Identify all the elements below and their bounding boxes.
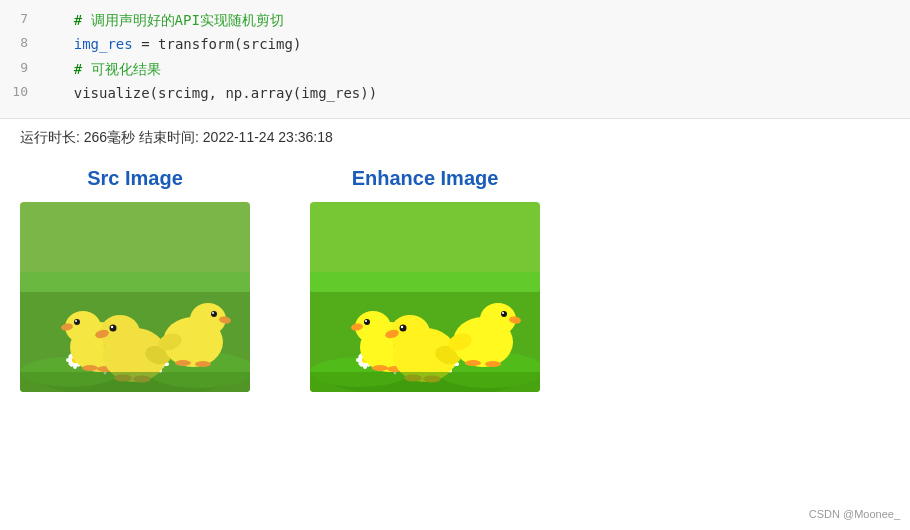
- svg-rect-57: [310, 272, 540, 292]
- svg-rect-109: [310, 372, 540, 392]
- svg-point-95: [400, 324, 407, 331]
- svg-point-52: [175, 360, 191, 366]
- code-text-10: visualize(srcimg, np.array(img_res)): [40, 85, 377, 101]
- src-duck-image: [20, 202, 250, 392]
- code-line-9: 9 # 可视化结果: [0, 57, 910, 81]
- svg-point-87: [364, 319, 370, 325]
- src-image-container: Src Image: [20, 167, 250, 392]
- svg-point-88: [365, 320, 367, 322]
- code-comment-7: # 调用声明好的API实现随机剪切: [40, 12, 284, 28]
- svg-point-108: [485, 361, 501, 367]
- code-section: 7 # 调用声明好的API实现随机剪切 8 img_res = transfor…: [0, 0, 910, 119]
- code-content-7: # 调用声明好的API实现随机剪切: [40, 9, 910, 31]
- code-text-8: img_res = transform(srcimg): [40, 36, 301, 52]
- image-section: Src Image: [0, 157, 910, 402]
- svg-point-107: [465, 360, 481, 366]
- line-number-9: 9: [0, 58, 40, 79]
- svg-point-91: [372, 365, 388, 371]
- svg-point-10: [66, 358, 72, 362]
- svg-point-36: [82, 365, 98, 371]
- svg-point-53: [195, 361, 211, 367]
- svg-point-104: [502, 312, 504, 314]
- svg-rect-2: [20, 272, 250, 292]
- svg-point-40: [110, 324, 117, 331]
- enhance-image-container: Enhance Image: [310, 167, 540, 392]
- svg-point-41: [111, 325, 113, 327]
- enhance-duck-image: [310, 202, 540, 392]
- watermark: CSDN @Moonee_: [809, 508, 900, 520]
- svg-point-9: [73, 363, 77, 369]
- code-content-10: visualize(srcimg, np.array(img_res)): [40, 82, 910, 104]
- code-line-7: 7 # 调用声明好的API实现随机剪切: [0, 8, 910, 32]
- code-line-10: 10 visualize(srcimg, np.array(img_res)): [0, 81, 910, 105]
- line-number-8: 8: [0, 33, 40, 54]
- svg-point-33: [75, 320, 77, 322]
- code-content-9: # 可视化结果: [40, 58, 910, 80]
- enhance-duck-svg: [310, 202, 540, 392]
- svg-point-96: [401, 325, 403, 327]
- enhance-image-title: Enhance Image: [352, 167, 499, 190]
- src-duck-svg: [20, 202, 250, 392]
- line-number-7: 7: [0, 9, 40, 30]
- svg-point-32: [74, 319, 80, 325]
- runtime-info: 运行时长: 266毫秒 结束时间: 2022-11-24 23:36:18: [0, 119, 910, 157]
- src-image-title: Src Image: [87, 167, 183, 190]
- svg-point-65: [356, 358, 362, 362]
- code-content-8: img_res = transform(srcimg): [40, 33, 910, 55]
- code-line-8: 8 img_res = transform(srcimg): [0, 32, 910, 56]
- runtime-text: 运行时长: 266毫秒 结束时间: 2022-11-24 23:36:18: [20, 129, 333, 145]
- svg-point-103: [501, 311, 507, 317]
- line-number-10: 10: [0, 82, 40, 103]
- svg-point-48: [211, 311, 217, 317]
- svg-rect-54: [20, 372, 250, 392]
- svg-point-49: [212, 312, 214, 314]
- svg-point-64: [363, 363, 367, 369]
- code-comment-9: # 可视化结果: [40, 61, 161, 77]
